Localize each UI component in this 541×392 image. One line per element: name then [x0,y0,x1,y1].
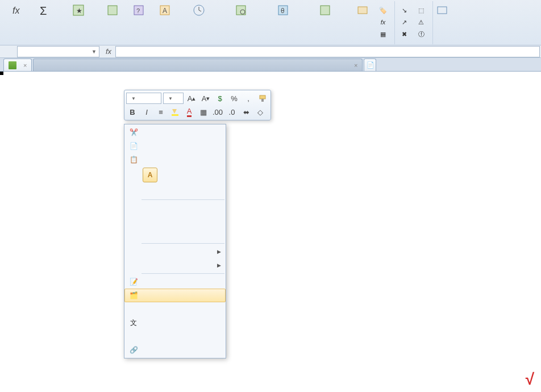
watermark: √ [526,372,534,387]
ctx-copy[interactable]: 📄 [124,139,226,153]
ctx-clear[interactable] [124,228,226,242]
grow-font-button[interactable]: A▴ [185,92,198,105]
evaluate-formula-button[interactable]: ⓕ [414,28,430,40]
trace-dependents-button[interactable]: ↗ [397,16,413,28]
error-check-button[interactable]: ⚠ [414,16,430,28]
svg-rect-19 [260,95,265,99]
insert-function-button[interactable]: fx [6,1,31,43]
ctx-hyperlink[interactable]: 🔗 [124,343,226,357]
ctx-insert[interactable] [124,201,226,215]
other-functions-button[interactable] [305,1,346,43]
chevron-down-icon[interactable]: ▼ [91,49,97,55]
create-from-selection-button[interactable]: ▦ [376,28,392,40]
context-menu: ✂️ 📄 📋 A ▶ ▶ 📝 🗂️ 文 🔗 [124,124,226,358]
text-button[interactable]: A [152,1,177,43]
decrease-decimal-button[interactable]: .0 [226,106,238,118]
financial-icon [105,2,120,18]
bold-button[interactable]: B [126,106,139,118]
recent-icon: ★ [70,2,86,18]
define-name-button[interactable]: 🏷️ [376,5,392,16]
svg-text:★: ★ [76,7,82,15]
merge-button[interactable]: ⬌ [240,106,252,118]
comment-icon: 📝 [127,276,140,287]
check-icon: √ [526,370,534,388]
theta-icon: θ [275,2,291,18]
name-manager-button[interactable] [350,1,375,43]
financial-button[interactable] [100,1,125,43]
svg-text:fx: fx [13,6,20,15]
formula-icon: ⬚ [417,6,426,15]
ctx-pick-from-list[interactable] [124,302,226,316]
logical-button[interactable]: ? [126,1,151,43]
tab-workbook3[interactable]: × [3,59,32,71]
doc-icon: 📄 [367,61,374,69]
copy-icon: 📄 [127,140,140,152]
svg-text:Σ: Σ [40,5,47,17]
formula-bar: ▼ fx [0,45,541,58]
ctx-cut[interactable]: ✂️ [124,126,226,139]
warning-icon: ⚠ [417,18,426,27]
format-icon: 🗂️ [127,290,140,301]
recent-functions-button[interactable]: ★ [58,1,99,43]
ctx-filter[interactable]: ▶ [124,245,226,258]
ctx-format-cells[interactable]: 🗂️ [124,289,226,302]
chevron-down-icon: ▼ [131,96,136,101]
math-button[interactable]: θ [263,1,303,43]
svg-rect-16 [321,6,330,15]
font-combo[interactable]: ▼ [126,93,161,104]
shrink-font-button[interactable]: A▾ [199,92,212,105]
name-box[interactable]: ▼ [17,46,99,57]
paste-icon: 📋 [127,154,140,165]
ctx-define-name[interactable] [124,330,226,343]
increase-decimal-button[interactable]: .00 [211,106,224,118]
svg-rect-17 [358,7,367,14]
paste-option-default[interactable]: A [143,168,157,182]
ctx-paste-options-header: 📋 [124,153,226,166]
format-painter-button[interactable] [256,92,269,105]
fill-color-button[interactable] [169,106,181,118]
group-label-names [350,43,392,44]
tag-icon [355,2,371,18]
mini-toolbar: ▼ ▼ A▴ A▾ $ % , B I ≡ A ▦ .00 .0 ⬌ ◇ [124,90,271,120]
remove-arrows-button[interactable]: ✖ [397,28,413,40]
ctx-paste-special[interactable] [124,185,226,198]
font-color-button[interactable]: A [183,106,195,118]
tab-other[interactable]: × [33,59,363,71]
borders-button[interactable]: ▦ [197,106,210,118]
accounting-format-button[interactable]: $ [214,92,226,105]
close-icon[interactable]: × [23,62,27,69]
logical-icon: ? [131,2,147,18]
trace-precedents-button[interactable]: ↘ [397,5,413,16]
align-button[interactable]: ≡ [155,106,167,118]
ctx-delete[interactable] [124,215,226,228]
svg-rect-20 [261,99,264,102]
percent-button[interactable]: % [228,92,240,105]
clear-format-button[interactable]: ◇ [254,106,267,118]
phonetic-icon: 文 [127,317,140,328]
group-label-audit [397,43,430,44]
autosum-button[interactable]: Σ [32,1,57,43]
italic-button[interactable]: I [140,106,153,118]
lookup-button[interactable] [220,1,261,43]
ctx-show-phonetic[interactable]: 文 [124,316,226,330]
show-formulas-button[interactable]: ⬚ [414,5,430,16]
chevron-right-icon: ▶ [217,262,221,268]
comma-button[interactable]: , [242,92,255,105]
font-size-combo[interactable]: ▼ [163,93,184,104]
formula-input[interactable] [115,46,540,57]
ctx-insert-comment[interactable]: 📝 [124,275,226,289]
grid-small-icon: ▦ [378,30,388,39]
link-icon: 🔗 [127,344,140,356]
datetime-button[interactable] [178,1,219,43]
svg-rect-4 [108,6,117,15]
group-label-functions [6,43,346,44]
use-in-formula-button[interactable]: fx [376,16,392,28]
tab-unknown[interactable]: 📄 [364,59,376,71]
eval-icon: ⓕ [417,30,426,39]
watch-window-button[interactable] [435,1,449,44]
ctx-sort[interactable]: ▶ [124,258,226,272]
fx-button[interactable]: fx [103,46,114,57]
spreadsheet-grid[interactable]: ▼ ▼ A▴ A▾ $ % , B I ≡ A ▦ .00 .0 ⬌ ◇ ✂️ … [0,72,541,392]
close-icon[interactable]: × [354,62,357,69]
scissors-icon: ✂️ [127,127,140,138]
